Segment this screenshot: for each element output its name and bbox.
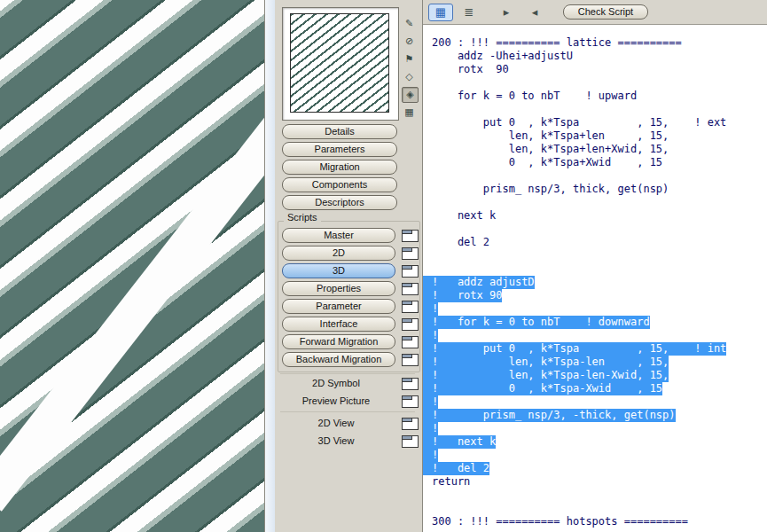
code-line — [432, 196, 767, 209]
panel-separator — [280, 411, 415, 412]
code-line: ! put 0 , k*Tspa , 15, ! int — [432, 342, 767, 356]
code-text-selected: ! prism_ nsp/3, -thick, get(nsp) — [423, 409, 676, 422]
list-lines-icon[interactable]: ≣ — [457, 4, 481, 21]
code-line: del 2 — [432, 236, 767, 249]
script-button-master[interactable]: Master — [282, 228, 395, 243]
open-in-window-icon[interactable] — [402, 265, 419, 278]
script-button-3d[interactable]: 3D — [282, 263, 395, 278]
open-in-window-icon[interactable] — [402, 435, 419, 448]
code-line: ! — [432, 329, 767, 342]
open-in-window-icon[interactable] — [402, 378, 419, 390]
open-in-window-icon[interactable] — [402, 395, 419, 408]
panel-button-descriptors[interactable]: Descriptors — [282, 195, 397, 210]
code-line: return — [432, 475, 767, 489]
target-icon[interactable]: ◈ — [402, 87, 419, 103]
code-text: 200 : !!! ========== lattice ========== — [432, 36, 682, 49]
panel-button-details[interactable]: Details — [282, 124, 397, 139]
open-in-window-icon[interactable] — [402, 336, 419, 348]
window-back-icon[interactable]: ◂ — [522, 4, 547, 21]
code-text-selected: ! next k — [423, 435, 496, 449]
pencil-icon[interactable]: ✎ — [402, 16, 417, 30]
code-text: del 2 — [432, 236, 489, 248]
dotted-grid-icon[interactable]: ▦ — [428, 4, 453, 21]
open-in-window-icon[interactable] — [402, 230, 419, 242]
script-button-parameter[interactable]: Parameter — [282, 299, 395, 314]
scripts-groupbox — [278, 221, 420, 372]
code-text: put 0 , k*Tspa , 15, ! ext — [432, 116, 726, 129]
panel-button-migration[interactable]: Migration — [282, 160, 397, 175]
code-line — [432, 103, 767, 116]
code-text: prism_ nsp/3, thick, get(nsp) — [432, 183, 669, 195]
code-line — [432, 76, 767, 90]
code-line: ! len, k*Tspa-len-Xwid, 15, — [432, 369, 767, 382]
script-editor-toolbar: ▦≣▸◂ Check Script — [423, 0, 767, 25]
code-text-selected: ! addz adjustD — [423, 276, 535, 289]
code-line: ! 0 , k*Tspa-Xwid , 15 — [432, 382, 767, 395]
window-forward-icon[interactable]: ▸ — [494, 4, 519, 21]
film-icon[interactable]: ▦ — [402, 105, 417, 119]
code-line: ! prism_ nsp/3, -thick, get(nsp) — [432, 409, 767, 422]
code-text: for k = 0 to nbT ! upward — [432, 90, 637, 102]
code-text-selected: ! len, k*Tspa-len , 15, — [423, 356, 669, 369]
code-text-selected: ! — [423, 422, 438, 435]
code-line: ! addz adjustD — [432, 276, 767, 289]
code-line: ! — [432, 395, 767, 409]
script-button-2d[interactable]: 2D — [282, 246, 395, 261]
script-button-forward-migration[interactable]: Forward Migration — [282, 334, 395, 349]
script-button-backward-migration[interactable]: Backward Migration — [282, 352, 395, 367]
code-text-selected: ! — [423, 449, 438, 462]
panel-button-components[interactable]: Components — [282, 177, 397, 192]
panel-button-parameters[interactable]: Parameters — [282, 142, 397, 157]
code-text-selected: ! del 2 — [423, 462, 489, 475]
code-text-selected: ! put 0 , k*Tspa , 15, ! int — [423, 342, 726, 356]
code-line — [432, 223, 767, 236]
code-text-selected: ! 0 , k*Tspa-Xwid , 15 — [423, 382, 662, 395]
object-control-panel: Scripts DetailsParametersMigrationCompon… — [275, 0, 422, 532]
code-text: 0 , k*Tspa+Xwid , 15 — [432, 156, 662, 168]
code-line: addz -Uhei+adjustU — [432, 50, 767, 63]
open-in-window-icon[interactable] — [402, 247, 419, 260]
code-line: ! del 2 — [432, 462, 767, 475]
code-text: len, k*Tspa+len , 15, — [432, 129, 669, 142]
code-line: next k — [432, 209, 767, 223]
code-text-selected: ! — [423, 395, 438, 409]
gdl-object-editor-window: Scripts DetailsParametersMigrationCompon… — [0, 0, 767, 532]
code-text: next k — [432, 209, 496, 222]
code-line: prism_ nsp/3, thick, get(nsp) — [432, 183, 767, 196]
open-in-window-icon[interactable] — [402, 301, 419, 313]
flag-icon[interactable]: ⚑ — [402, 51, 417, 66]
code-text: len, k*Tspa+len+Xwid, 15, — [432, 143, 669, 155]
code-line: 300 : !!! ========== hotspots ========== — [432, 515, 767, 528]
panel-separator — [280, 373, 415, 374]
code-text: 300 : !!! ========== hotspots ========== — [432, 515, 688, 528]
label-3d-view: 3D View — [275, 434, 397, 448]
label-2d-symbol: 2D Symbol — [275, 376, 397, 390]
code-line — [432, 262, 767, 276]
code-line: ! for k = 0 to nbT ! downward — [432, 316, 767, 329]
code-line: len, k*Tspa+len , 15, — [432, 129, 767, 143]
gdl-3d-script-code-area[interactable]: 200 : !!! ========== lattice ========== … — [423, 25, 767, 532]
code-line — [432, 169, 767, 183]
check-script-button[interactable]: Check Script — [563, 4, 648, 20]
code-text-selected: ! rotx 90 — [423, 289, 502, 302]
script-button-interface[interactable]: Interface — [282, 317, 395, 332]
code-text: return — [432, 475, 470, 488]
diamond-icon[interactable]: ◇ — [402, 69, 417, 83]
script-button-properties[interactable]: Properties — [282, 281, 395, 296]
label-preview-picture: Preview Picture — [275, 394, 397, 408]
open-in-window-icon[interactable] — [402, 418, 419, 430]
no-symbol-icon[interactable]: ⊘ — [402, 34, 417, 48]
open-in-window-icon[interactable] — [402, 283, 419, 295]
script-editor-pane: ▦≣▸◂ Check Script 200 : !!! ========== l… — [422, 0, 767, 532]
code-line: ! — [432, 302, 767, 316]
code-line: ! rotx 90 — [432, 289, 767, 302]
scripts-group-label: Scripts — [284, 212, 321, 223]
code-line — [432, 502, 767, 515]
3d-model-viewport[interactable] — [0, 0, 265, 532]
code-line — [432, 489, 767, 502]
open-in-window-icon[interactable] — [402, 318, 419, 331]
preview-picture[interactable] — [290, 13, 389, 113]
code-text: addz -Uhei+adjustU — [432, 50, 573, 62]
open-in-window-icon[interactable] — [402, 354, 419, 366]
code-line — [432, 249, 767, 262]
